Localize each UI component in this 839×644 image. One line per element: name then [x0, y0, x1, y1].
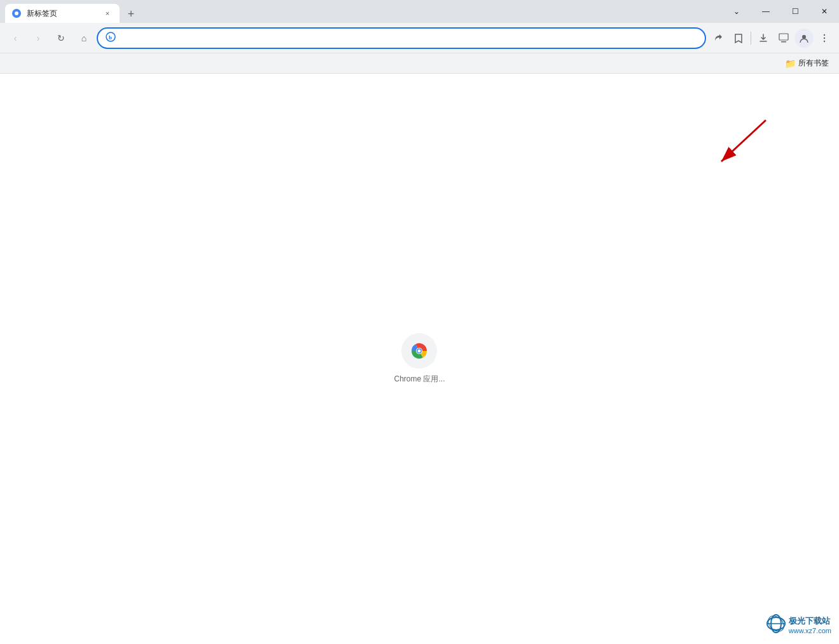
forward-button[interactable]: › — [28, 28, 48, 48]
svg-point-8 — [824, 37, 825, 38]
profile-button[interactable] — [794, 29, 814, 48]
tab-favicon — [11, 8, 22, 18]
svg-point-6 — [802, 35, 806, 39]
svg-text:b: b — [109, 34, 112, 41]
watermark-logo — [766, 613, 786, 636]
menu-button[interactable] — [815, 29, 834, 48]
bookmark-button[interactable] — [729, 29, 748, 48]
title-bar: 新标签页 × + ⌄ — ☐ ✕ — [0, 0, 839, 23]
minimize-button[interactable]: — — [751, 0, 780, 23]
chrome-app-label: Chrome 应用... — [394, 374, 445, 385]
svg-point-1 — [15, 11, 18, 15]
window-controls: ⌄ — ☐ ✕ — [722, 0, 839, 23]
new-tab-button[interactable]: + — [122, 5, 140, 23]
address-bar[interactable]: b — [97, 27, 706, 49]
main-content: Chrome 应用... 极光下载站 www.xz7.com — [0, 74, 839, 644]
watermark-site-url: www.xz7.com — [789, 627, 831, 634]
tab-close-button[interactable]: × — [102, 8, 113, 19]
tab-title: 新标签页 — [27, 8, 97, 19]
maximize-button[interactable]: ☐ — [780, 0, 810, 23]
svg-rect-5 — [781, 41, 786, 43]
download-button[interactable] — [754, 29, 773, 48]
folder-icon: 📁 — [785, 58, 796, 69]
svg-point-9 — [824, 40, 825, 41]
refresh-button[interactable]: ↻ — [51, 28, 71, 48]
chrome-logo-circle — [401, 333, 437, 369]
annotation-arrow — [696, 117, 779, 171]
chrome-app-item[interactable]: Chrome 应用... — [394, 333, 445, 385]
svg-point-13 — [418, 350, 421, 353]
all-bookmarks-label: 所有书签 — [798, 58, 829, 69]
watermark-text: 极光下载站 www.xz7.com — [789, 615, 831, 634]
back-button[interactable]: ‹ — [5, 28, 25, 48]
watermark: 极光下载站 www.xz7.com — [766, 613, 831, 636]
close-window-button[interactable]: ✕ — [810, 0, 839, 23]
watermark-site-name: 极光下载站 — [789, 615, 830, 627]
tab-search-button[interactable] — [774, 29, 793, 48]
toolbar: ‹ › ↻ ⌂ b — [0, 23, 839, 53]
address-input[interactable] — [120, 33, 697, 43]
address-icon: b — [106, 32, 116, 44]
share-button[interactable] — [709, 29, 728, 48]
home-button[interactable]: ⌂ — [74, 28, 94, 48]
toolbar-right — [709, 29, 834, 48]
all-bookmarks-folder[interactable]: 📁 所有书签 — [780, 55, 834, 71]
active-tab[interactable]: 新标签页 × — [5, 4, 120, 23]
svg-point-7 — [824, 34, 825, 35]
tab-strip: 新标签页 × + — [0, 0, 140, 23]
show-tabs-button[interactable]: ⌄ — [722, 0, 751, 23]
svg-rect-4 — [779, 34, 788, 40]
bookmarks-bar: 📁 所有书签 — [0, 53, 839, 74]
toolbar-separator — [751, 32, 751, 45]
